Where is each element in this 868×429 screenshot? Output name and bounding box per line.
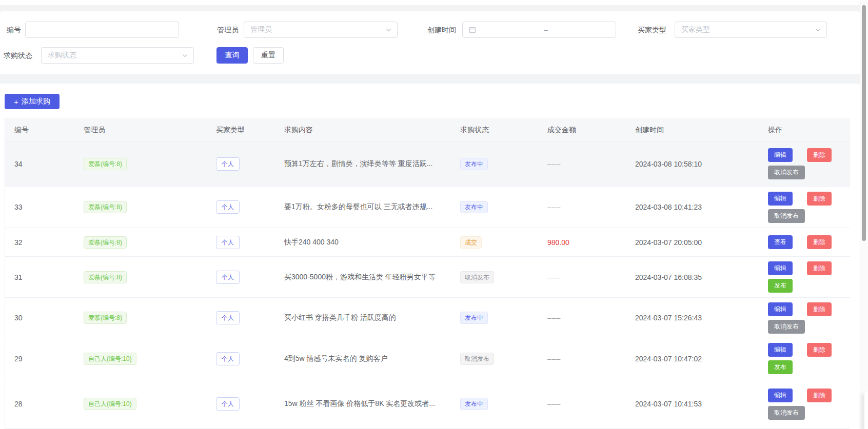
deal-amount: ––– bbox=[547, 400, 561, 408]
admin-tag: 爱慕(编号:8) bbox=[84, 312, 127, 324]
admin-tag: 爱慕(编号:8) bbox=[84, 201, 127, 213]
request-content: 15w 粉丝 不看画像 价格低于8K 实名更改或者... bbox=[284, 399, 435, 408]
action-button-info[interactable]: 取消发布 bbox=[768, 166, 805, 179]
topbar-remnant bbox=[0, 0, 860, 5]
buyer-type-select-placeholder: 买家类型 bbox=[675, 25, 815, 34]
status-tag: 发布中 bbox=[460, 398, 488, 410]
vertical-scrollbar-thumb[interactable] bbox=[862, 5, 866, 241]
row-id: 31 bbox=[14, 273, 23, 281]
action-button-primary[interactable]: 编辑 bbox=[768, 343, 793, 357]
vertical-scrollbar-track[interactable] bbox=[860, 0, 868, 429]
action-button-primary[interactable]: 编辑 bbox=[768, 302, 793, 316]
col-header-status: 求购状态 bbox=[460, 118, 489, 141]
request-content: 要1万粉。女粉多的母婴也可以 三无或者违规... bbox=[284, 202, 432, 212]
plus-icon: + bbox=[14, 98, 18, 106]
admin-select-placeholder: 管理员 bbox=[244, 25, 385, 34]
created-time: 2024-03-08 10:58:10 bbox=[635, 160, 702, 168]
add-request-button[interactable]: + 添加求购 bbox=[5, 94, 60, 109]
col-header-amount: 成交金额 bbox=[547, 118, 576, 141]
chevron-down-icon bbox=[182, 52, 188, 59]
action-button-danger[interactable]: 删除 bbox=[807, 192, 832, 206]
row-actions: 编辑删除取消发布 bbox=[768, 298, 832, 338]
created-time: 2024-03-07 10:41:53 bbox=[635, 400, 702, 408]
col-header-created: 创建时间 bbox=[635, 118, 664, 141]
table-body: 34 爱慕(编号:8) 个人 预算1万左右，剧情类，演绎类等等 重度活跃... … bbox=[5, 141, 850, 429]
requests-table: 编号 管理员 买家类型 求购内容 求购状态 成交金额 创建时间 操作 34 爱慕… bbox=[5, 118, 850, 429]
action-button-primary[interactable]: 编辑 bbox=[768, 261, 793, 275]
row-actions: 查看删除 bbox=[768, 228, 832, 256]
table-row: 32 爱慕(编号:8) 个人 快手240 400 340 成交 980.00 2… bbox=[5, 228, 850, 257]
deal-amount: ––– bbox=[547, 355, 561, 363]
request-content: 预算1万左右，剧情类，演绎类等等 重度活跃... bbox=[284, 159, 432, 169]
calendar-icon bbox=[469, 26, 476, 33]
buyer-type-tag: 个人 bbox=[216, 157, 240, 171]
buyer-type-tag: 个人 bbox=[216, 311, 240, 324]
status-select[interactable]: 求购状态 bbox=[41, 47, 194, 64]
buyer-type-tag: 个人 bbox=[216, 397, 240, 411]
action-button-primary[interactable]: 查看 bbox=[768, 235, 793, 249]
filter-panel: 编号 管理员 管理员 创建时间 – 买家类型 买家类型 求购状态 求购状态 查询… bbox=[0, 11, 860, 74]
status-filter-label: 求购状态 bbox=[4, 47, 32, 64]
row-actions: 编辑删除发布 bbox=[768, 257, 832, 297]
buyer-type-select[interactable]: 买家类型 bbox=[675, 22, 827, 38]
buyer-type-tag: 个人 bbox=[216, 200, 240, 214]
row-id: 28 bbox=[14, 400, 23, 408]
action-button-danger[interactable]: 删除 bbox=[807, 389, 832, 402]
action-button-danger[interactable]: 删除 bbox=[807, 302, 832, 316]
action-button-info[interactable]: 取消发布 bbox=[768, 406, 805, 420]
search-button[interactable]: 查询 bbox=[216, 47, 248, 64]
status-tag: 发布中 bbox=[460, 158, 488, 170]
action-button-danger[interactable]: 删除 bbox=[807, 261, 832, 275]
action-button-danger[interactable]: 删除 bbox=[807, 148, 832, 162]
action-button-info[interactable]: 取消发布 bbox=[768, 320, 805, 334]
content-panel: + 添加求购 编号 管理员 买家类型 求购内容 求购状态 成交金额 创建时间 操… bbox=[0, 84, 860, 429]
admin-tag: 爱慕(编号:8) bbox=[84, 271, 127, 283]
row-actions: 编辑删除取消发布 bbox=[768, 379, 832, 428]
admin-tag: 自己人(编号:10) bbox=[84, 353, 136, 365]
admin-select[interactable]: 管理员 bbox=[244, 22, 398, 38]
admin-filter-label: 管理员 bbox=[217, 22, 239, 38]
col-header-admin: 管理员 bbox=[84, 118, 105, 141]
action-button-primary[interactable]: 编辑 bbox=[768, 389, 793, 402]
deal-amount: 980.00 bbox=[547, 238, 569, 247]
date-range-separator: – bbox=[523, 26, 569, 34]
action-button-primary[interactable]: 编辑 bbox=[768, 192, 793, 206]
action-button-success[interactable]: 发布 bbox=[768, 360, 793, 374]
action-button-danger[interactable]: 删除 bbox=[807, 235, 832, 249]
admin-tag: 爱慕(编号:8) bbox=[84, 236, 127, 249]
buyer-type-filter-label: 买家类型 bbox=[638, 22, 666, 38]
deal-amount: ––– bbox=[547, 314, 561, 322]
created-time-range-picker[interactable]: – bbox=[462, 22, 616, 38]
chevron-down-icon bbox=[385, 27, 392, 33]
table-header: 编号 管理员 买家类型 求购内容 求购状态 成交金额 创建时间 操作 bbox=[5, 118, 850, 141]
request-content: 买3000-5000粉，游戏和生活类 年轻粉男女平等 bbox=[284, 273, 436, 282]
row-id: 32 bbox=[14, 238, 23, 247]
table-row: 31 爱慕(编号:8) 个人 买3000-5000粉，游戏和生活类 年轻粉男女平… bbox=[5, 257, 850, 298]
row-id: 33 bbox=[14, 203, 23, 211]
row-id: 29 bbox=[14, 355, 23, 363]
admin-tag: 自己人(编号:10) bbox=[84, 398, 136, 410]
action-button-info[interactable]: 取消发布 bbox=[768, 209, 805, 223]
row-id: 30 bbox=[14, 314, 23, 322]
col-header-actions: 操作 bbox=[768, 118, 782, 141]
status-tag: 取消发布 bbox=[460, 271, 494, 283]
action-button-success[interactable]: 发布 bbox=[768, 279, 793, 293]
admin-tag: 爱慕(编号:8) bbox=[84, 158, 127, 170]
buyer-type-tag: 个人 bbox=[216, 236, 240, 249]
action-button-primary[interactable]: 编辑 bbox=[768, 148, 793, 162]
add-request-label: 添加求购 bbox=[22, 97, 50, 106]
reset-button[interactable]: 重置 bbox=[253, 47, 284, 64]
id-input[interactable] bbox=[25, 22, 179, 38]
col-header-content: 求购内容 bbox=[284, 118, 313, 141]
row-id: 34 bbox=[14, 160, 23, 168]
request-content: 4到5w 情感号未实名的 复购客户 bbox=[284, 354, 387, 363]
created-time: 2024-03-08 10:41:23 bbox=[635, 203, 702, 211]
table-row: 30 爱慕(编号:8) 个人 买小红书 穿搭类几千粉 活跃度高的 发布中 –––… bbox=[5, 298, 850, 338]
table-row: 33 爱慕(编号:8) 个人 要1万粉。女粉多的母婴也可以 三无或者违规... … bbox=[5, 187, 850, 228]
floating-widget-edge[interactable] bbox=[864, 391, 868, 429]
row-actions: 编辑删除发布 bbox=[768, 338, 832, 379]
row-actions: 编辑删除取消发布 bbox=[768, 141, 832, 186]
action-button-danger[interactable]: 删除 bbox=[807, 343, 832, 357]
status-tag: 发布中 bbox=[460, 201, 488, 213]
status-tag: 成交 bbox=[460, 236, 482, 249]
